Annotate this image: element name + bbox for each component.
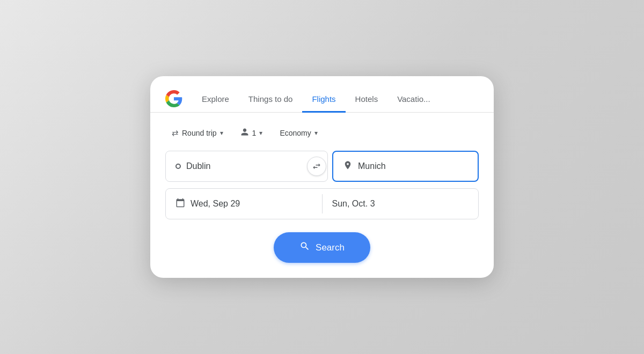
trip-type-dropdown[interactable]: ⇄ Round trip ▾ — [165, 124, 230, 142]
date-row: Wed, Sep 29 Sun, Oct. 3 — [165, 188, 479, 219]
person-icon — [240, 128, 249, 138]
tab-vacations[interactable]: Vacatio... — [387, 87, 440, 113]
from-field[interactable]: Dublin — [165, 151, 328, 182]
return-date-field[interactable]: Sun, Oct. 3 — [323, 189, 479, 219]
cabin-class-label: Economy — [280, 129, 311, 137]
to-field[interactable]: Munich — [332, 151, 479, 182]
from-value: Dublin — [186, 161, 210, 171]
tab-hotels[interactable]: Hotels — [346, 87, 388, 113]
passengers-dropdown[interactable]: 1 ▾ — [234, 123, 269, 142]
trip-type-label: Round trip — [182, 129, 217, 137]
origin-circle-icon — [175, 164, 181, 169]
fields-row: Dublin Munich — [165, 151, 479, 182]
tab-explore[interactable]: Explore — [192, 87, 239, 113]
swap-button[interactable] — [307, 157, 326, 176]
trip-type-chevron-icon: ▾ — [220, 129, 223, 137]
cabin-chevron-icon: ▾ — [314, 129, 318, 137]
tabs-row: Explore Things to do Flights Hotels Vaca… — [150, 76, 494, 113]
departure-date-field[interactable]: Wed, Sep 29 — [166, 189, 322, 219]
passengers-chevron-icon: ▾ — [259, 129, 262, 137]
swap-icon: ⇄ — [172, 128, 179, 138]
tab-flights[interactable]: Flights — [302, 87, 345, 113]
calendar-icon — [175, 198, 185, 210]
flight-search-card: Explore Things to do Flights Hotels Vaca… — [150, 76, 494, 278]
search-button[interactable]: Search — [274, 232, 370, 263]
search-button-wrapper: Search — [150, 219, 494, 278]
passengers-label: 1 — [252, 129, 257, 137]
google-logo — [165, 90, 182, 109]
cabin-class-dropdown[interactable]: Economy ▾ — [273, 124, 324, 142]
destination-pin-icon — [343, 160, 353, 172]
tab-things-to-do[interactable]: Things to do — [239, 87, 303, 113]
controls-row: ⇄ Round trip ▾ 1 ▾ Economy ▾ — [150, 113, 494, 151]
return-date-value: Sun, Oct. 3 — [332, 199, 375, 209]
departure-date-value: Wed, Sep 29 — [191, 199, 240, 209]
to-value: Munich — [358, 161, 386, 171]
search-button-label: Search — [316, 242, 345, 253]
search-icon — [299, 241, 310, 254]
